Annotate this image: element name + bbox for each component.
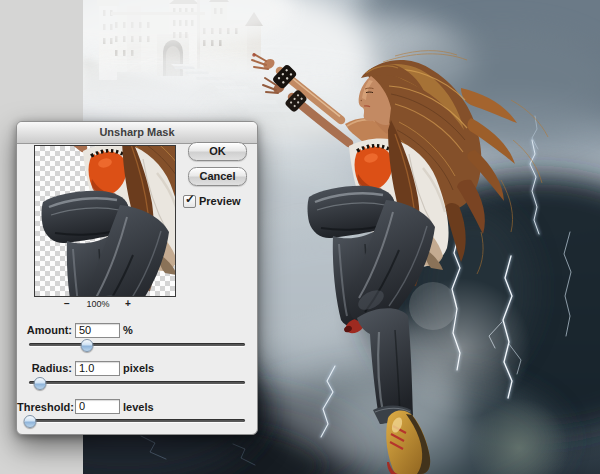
threshold-input[interactable]: 0 [75, 399, 120, 414]
amount-input[interactable]: 50 [75, 323, 120, 338]
threshold-label: Threshold: [17, 401, 72, 413]
radius-unit: pixels [123, 362, 154, 374]
radius-label: Radius: [17, 362, 72, 374]
dialog-title: Unsharp Mask [99, 126, 174, 138]
amount-slider-track[interactable] [29, 343, 245, 346]
amount-label: Amount: [17, 324, 72, 336]
woman-figure [35, 146, 175, 296]
zoom-out-button[interactable]: − [61, 298, 73, 309]
preview-checkbox[interactable]: ✓ [183, 195, 196, 208]
radius-input[interactable]: 1.0 [75, 361, 120, 376]
threshold-slider-track[interactable] [29, 419, 245, 422]
amount-unit: % [123, 324, 133, 336]
threshold-unit: levels [123, 401, 154, 413]
cancel-button[interactable]: Cancel [188, 167, 247, 186]
preview-thumbnail[interactable] [34, 145, 176, 297]
threshold-slider[interactable] [29, 414, 245, 426]
dialog-titlebar[interactable]: Unsharp Mask [17, 122, 257, 144]
amount-slider[interactable] [29, 338, 245, 350]
radius-slider[interactable] [29, 376, 245, 388]
preview-checkbox-label: Preview [199, 195, 241, 207]
radius-slider-thumb[interactable] [33, 377, 46, 390]
zoom-in-button[interactable]: + [122, 298, 134, 309]
photoshop-workspace: Unsharp Mask [0, 0, 600, 474]
ok-button[interactable]: OK [188, 142, 247, 161]
checkmark-icon: ✓ [185, 192, 195, 206]
amount-slider-thumb[interactable] [81, 339, 94, 352]
zoom-level: 100% [79, 299, 117, 309]
unsharp-mask-dialog: Unsharp Mask [16, 121, 258, 435]
radius-slider-track[interactable] [29, 381, 245, 384]
threshold-slider-thumb[interactable] [24, 415, 37, 428]
